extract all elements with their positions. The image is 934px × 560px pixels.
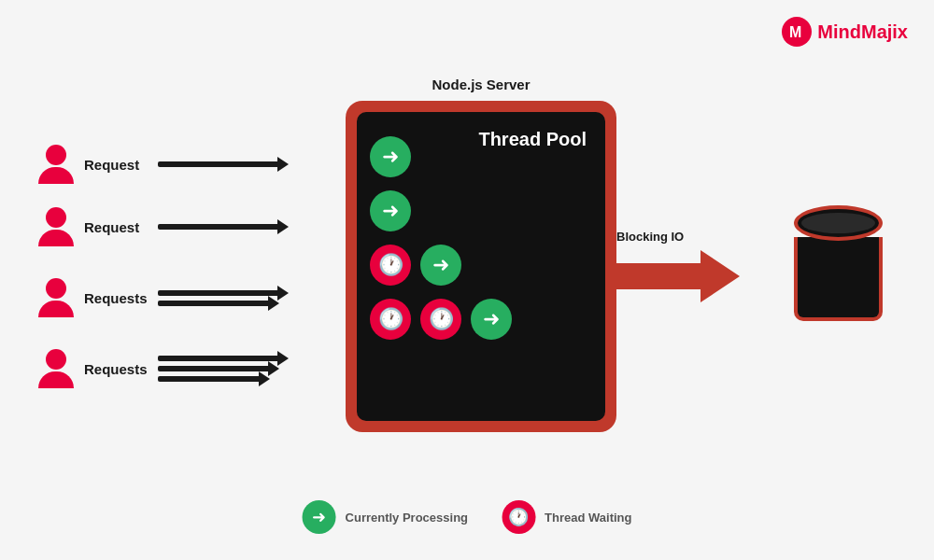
red-circle-3: 🕐: [420, 299, 461, 340]
user-head-3: [46, 278, 66, 299]
request-label-1: Request: [84, 157, 154, 173]
thread-row-2: ➜: [370, 190, 592, 231]
green-circle-1: ➜: [370, 136, 411, 177]
arrow-line-3a: [158, 290, 279, 296]
user-icon-3: [35, 278, 77, 317]
diagram-container: M MindMajix Node.js Server Thread Pool ➜…: [0, 0, 934, 560]
logo-icon: M: [782, 17, 812, 47]
db-body: [794, 237, 883, 321]
legend-item-green: ➜ Currently Processing: [303, 500, 469, 534]
clock-icon-2: 🕐: [378, 309, 403, 329]
clock-icon-1: 🕐: [378, 255, 403, 275]
request-label-2: Request: [84, 219, 154, 235]
legend: ➜ Currently Processing 🕐 Thread Waiting: [303, 500, 632, 534]
green-circle-2: ➜: [370, 190, 411, 231]
blocking-label: Blocking IO: [616, 230, 684, 244]
legend-item-red: 🕐 Thread Waiting: [502, 500, 631, 534]
arrowhead-1: [277, 157, 289, 172]
arrow-container-2: [158, 224, 279, 230]
thread-row-4: 🕐 🕐 ➜: [370, 299, 592, 340]
user-body-1: [38, 167, 74, 184]
user-body-4: [38, 371, 74, 388]
arrow-line-4b: [158, 366, 270, 371]
user-row-2: Request: [35, 207, 279, 246]
user-row-4: Requests: [35, 349, 279, 388]
arrowhead-2: [277, 219, 289, 234]
arrow-line-4a: [158, 356, 279, 361]
legend-green-text: Currently Processing: [346, 511, 469, 525]
legend-red-text: Thread Waiting: [545, 511, 631, 525]
arrow-container-1: [158, 161, 279, 167]
arrow-head: [700, 250, 740, 302]
arrow-icon-2: ➜: [382, 201, 399, 221]
user-icon-4: [35, 349, 77, 388]
user-body-3: [38, 301, 74, 317]
blocking-arrow-group: Blocking IO: [616, 250, 740, 302]
green-circle-4: ➜: [471, 299, 512, 340]
server-inner: Thread Pool ➜ ➜ 🕐 ➜: [357, 112, 605, 421]
user-icon-1: [35, 145, 77, 184]
arrow-container-3: [158, 290, 279, 306]
arrow-body: [616, 263, 700, 289]
server-box: Thread Pool ➜ ➜ 🕐 ➜: [346, 101, 616, 432]
user-body-2: [38, 230, 74, 246]
legend-green-circle: ➜: [303, 500, 336, 534]
arrow-line-3b: [158, 301, 270, 306]
thread-pool-label: Thread Pool: [478, 129, 587, 150]
arrow-container-4: [158, 356, 279, 382]
red-circle-1: 🕐: [370, 245, 411, 286]
clock-icon-3: 🕐: [429, 309, 454, 329]
arrow-line-1: [158, 161, 279, 167]
user-head-2: [46, 207, 66, 228]
user-head-4: [46, 349, 66, 370]
db-top-sheen: [801, 213, 875, 233]
user-icon-2: [35, 207, 77, 246]
server-label: Node.js Server: [346, 77, 616, 92]
thread-row-3: 🕐 ➜: [370, 245, 592, 286]
svg-text:M: M: [789, 24, 801, 40]
blocking-arrow: [616, 250, 740, 302]
arrow-icon-4: ➜: [483, 309, 500, 329]
arrow-icon-1: ➜: [382, 147, 399, 167]
user-row-3: Requests: [35, 278, 279, 317]
user-row-1: Request: [35, 145, 279, 184]
arrowhead-3b: [268, 296, 279, 311]
arrow-line-4c: [158, 376, 261, 382]
arrow-icon-3: ➜: [432, 255, 449, 275]
database: [794, 205, 883, 321]
arrow-line-2: [158, 224, 279, 230]
request-label-3: Requests: [84, 290, 154, 306]
user-head-1: [46, 145, 66, 165]
logo: M MindMajix: [782, 17, 908, 47]
request-label-4: Requests: [84, 361, 154, 377]
logo-text: MindMajix: [817, 21, 908, 43]
arrowhead-4c: [259, 371, 270, 386]
db-top: [794, 205, 883, 241]
red-circle-2: 🕐: [370, 299, 411, 340]
legend-red-circle: 🕐: [502, 500, 535, 534]
green-circle-3: ➜: [420, 245, 461, 286]
